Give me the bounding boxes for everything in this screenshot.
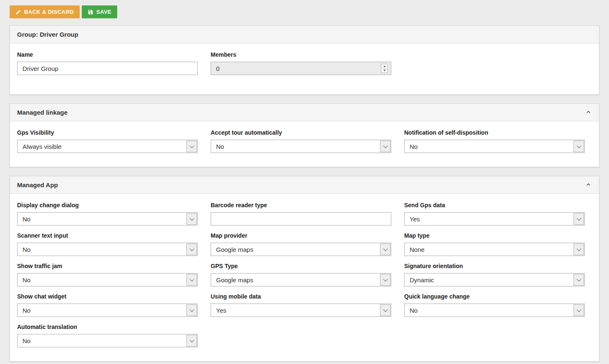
select-arrow-box: [186, 244, 197, 255]
field-label: Automatic translation: [17, 324, 198, 330]
display-change-dialog-select[interactable]: No: [17, 212, 198, 226]
select-arrow-box: [574, 304, 584, 316]
name-label: Name: [17, 51, 198, 58]
name-field: Name: [17, 51, 198, 75]
scanner-text-input-select[interactable]: No: [17, 243, 198, 256]
select-value: No: [18, 216, 30, 223]
select-arrow-box: [380, 304, 390, 316]
floppy-disk-icon: [88, 9, 93, 15]
field-label: Using mobile data: [211, 293, 391, 300]
select-value: No: [18, 276, 30, 284]
managed-linkage-body: Gps Visibility Always visible Accept tou…: [10, 121, 599, 167]
automatic-translation-select[interactable]: No: [17, 334, 198, 347]
gps-visibility-field: Gps Visibility Always visible: [17, 129, 198, 153]
gps-type-field: GPS Type Google maps: [211, 263, 391, 286]
send-gps-data-field: Send Gps data Yes: [404, 202, 585, 226]
map-type-field: Map type None: [404, 232, 585, 256]
save-button[interactable]: SAVE: [82, 5, 117, 18]
select-value: Google maps: [211, 276, 253, 284]
signature-orientation-field: Signature orientation Dynamic: [404, 263, 585, 286]
select-value: Yes: [211, 307, 226, 314]
group-panel: Group: Driver Group Name Members 0: [10, 25, 599, 95]
select-arrow-box: [574, 244, 584, 255]
barcode-reader-type-field: Barcode reader type: [211, 202, 391, 226]
collapse-button[interactable]: [585, 108, 592, 117]
scanner-text-input-field: Scanner text input No: [17, 232, 198, 256]
field-label: GPS Type: [211, 263, 391, 269]
chevron-up-icon: [585, 181, 592, 189]
chevron-down-icon: [189, 216, 194, 221]
display-change-dialog-field: Display change dialog No: [17, 202, 198, 226]
field-label: Scanner text input: [17, 232, 198, 239]
chevron-down-icon: [576, 277, 581, 281]
chevron-down-icon: [576, 307, 581, 312]
select-arrow-box: [380, 244, 390, 255]
select-value: No: [18, 337, 30, 344]
stepper-up-icon: [381, 64, 388, 69]
map-provider-select[interactable]: Google maps: [211, 243, 391, 256]
group-panel-body: Name Members 0: [10, 43, 599, 94]
select-arrow-box: [186, 304, 197, 316]
show-traffic-jam-select[interactable]: No: [17, 273, 198, 286]
chevron-down-icon: [383, 246, 388, 251]
select-value: Always visible: [18, 143, 61, 150]
select-value: Dynamic: [405, 276, 434, 284]
select-arrow-box: [186, 213, 197, 225]
back-discard-button[interactable]: BACK & DISCARD: [10, 5, 80, 18]
signature-orientation-select[interactable]: Dynamic: [404, 273, 585, 286]
select-value: None: [405, 246, 425, 253]
gps-type-select[interactable]: Google maps: [211, 273, 391, 286]
show-chat-widget-field: Show chat widget No: [17, 293, 198, 317]
members-stepper: [381, 64, 388, 73]
field-label: Gps Visibility: [17, 129, 198, 136]
map-type-select[interactable]: None: [404, 243, 585, 256]
show-chat-widget-select[interactable]: No: [17, 304, 198, 317]
chevron-down-icon: [189, 143, 194, 148]
field-label: Accept tour automatically: [211, 129, 391, 136]
field-label: Notification of self-disposition: [404, 129, 585, 136]
managed-linkage-heading: Managed linkage: [10, 104, 599, 121]
select-arrow-box: [380, 274, 390, 286]
select-arrow-box: [186, 141, 197, 152]
chevron-down-icon: [576, 143, 581, 148]
select-value: No: [211, 143, 224, 150]
select-arrow-box: [574, 141, 584, 152]
field-label: Map type: [404, 232, 585, 239]
gps-visibility-select[interactable]: Always visible: [17, 140, 198, 153]
group-panel-heading: Group: Driver Group: [10, 26, 599, 43]
show-traffic-jam-field: Show traffic jam No: [17, 263, 198, 286]
quick-language-change-select[interactable]: No: [404, 304, 585, 317]
chevron-down-icon: [189, 277, 194, 281]
quick-language-change-field: Quick language change No: [404, 293, 585, 317]
managed-linkage-panel: Managed linkage Gps Visibility Always vi…: [10, 103, 599, 167]
barcode-reader-type-input[interactable]: [211, 212, 391, 226]
using-mobile-data-select[interactable]: Yes: [211, 304, 391, 317]
field-label: Signature orientation: [404, 263, 585, 269]
field-label: Quick language change: [404, 293, 585, 300]
accept-tour-automatically-select[interactable]: No: [211, 140, 391, 153]
select-value: Google maps: [211, 246, 253, 253]
name-input[interactable]: [17, 62, 198, 75]
select-value: Yes: [405, 216, 420, 223]
field-label: Barcode reader type: [211, 202, 391, 208]
save-label: SAVE: [96, 9, 111, 15]
select-arrow-box: [186, 274, 197, 286]
managed-app-body: Display change dialog No Barcode reader …: [10, 194, 599, 361]
notification-of-self-disposition-select[interactable]: No: [404, 140, 585, 153]
collapse-button[interactable]: [585, 181, 592, 189]
select-arrow-box: [380, 141, 390, 152]
group-panel-title: Group: Driver Group: [17, 31, 78, 38]
select-value: No: [18, 307, 30, 314]
using-mobile-data-field: Using mobile data Yes: [211, 293, 391, 317]
select-arrow-box: [574, 274, 584, 286]
chevron-down-icon: [383, 277, 388, 281]
field-label: Show traffic jam: [17, 263, 198, 269]
notification-of-self-disposition-field: Notification of self-disposition No: [404, 129, 585, 153]
accept-tour-automatically-field: Accept tour automatically No: [211, 129, 391, 153]
select-arrow-box: [574, 213, 584, 225]
chevron-up-icon: [585, 108, 592, 117]
members-number-input: 0: [211, 62, 391, 75]
select-value: No: [405, 307, 418, 314]
send-gps-data-select[interactable]: Yes: [404, 212, 585, 226]
back-discard-label: BACK & DISCARD: [24, 9, 74, 15]
